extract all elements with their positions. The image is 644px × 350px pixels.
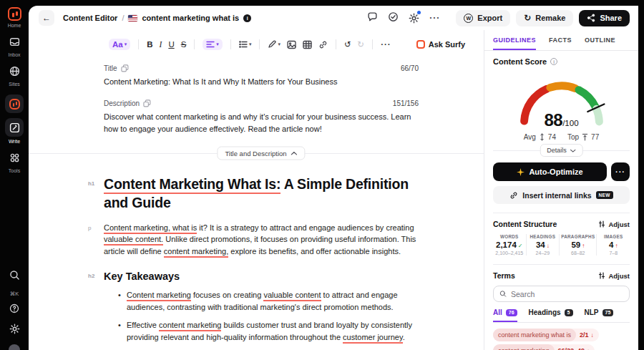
article-h2-block[interactable]: h2 Key Takeaways: [104, 271, 419, 282]
bold-button[interactable]: B: [147, 40, 152, 49]
back-button[interactable]: ←: [39, 10, 54, 26]
article-h1-block[interactable]: h1 Content Marketing What Is: A Simple D…: [104, 175, 419, 212]
stat-words[interactable]: WORDS 2,174✓ 2,100–2,415: [493, 234, 526, 256]
insert-link-button[interactable]: [318, 40, 328, 49]
copy-icon[interactable]: [143, 99, 151, 107]
strikethrough-button[interactable]: S: [181, 40, 187, 49]
toolbar-more-button[interactable]: ···: [381, 40, 391, 49]
sliders-icon: [598, 220, 605, 228]
inbox-icon: [9, 37, 20, 47]
redo-button[interactable]: ↻: [358, 39, 365, 49]
left-nav-rail: Home Inbox Sites Write Tools ⌘K: [0, 0, 29, 350]
terms-title: Terms: [493, 271, 515, 280]
link-icon: [509, 191, 518, 200]
undo-button[interactable]: ↺: [344, 39, 351, 49]
breadcrumb-root[interactable]: Content Editor: [63, 14, 117, 22]
search-icon: [499, 290, 507, 298]
meta-collapse-row: Title and Description: [104, 145, 419, 161]
export-button[interactable]: W Export: [456, 10, 510, 26]
list-item[interactable]: Content marketing focuses on creating va…: [118, 289, 419, 313]
key-takeaways-list: Content marketing focuses on creating va…: [104, 289, 419, 350]
avatar[interactable]: [9, 344, 20, 350]
terms-tab-headings[interactable]: Headings5: [529, 308, 573, 322]
structure-adjust-button[interactable]: Adjust: [598, 220, 630, 228]
terms-tab-nlp[interactable]: NLP75: [585, 308, 614, 322]
term-chip[interactable]: content marketing 66/32–49 ↓: [493, 344, 595, 350]
insert-internal-links-button[interactable]: Insert internal links NEW: [493, 186, 630, 204]
search-button[interactable]: [9, 270, 20, 283]
ask-surfy-button[interactable]: Ask Surfy: [416, 40, 465, 49]
chevron-up-icon: [291, 151, 298, 155]
stat-images[interactable]: IMAGES 4↑ 7–8: [596, 234, 630, 256]
auto-optimize-button[interactable]: Auto-Optimize: [493, 162, 607, 181]
insert-table-button[interactable]: [303, 40, 312, 49]
list-item[interactable]: Effective content marketing builds custo…: [118, 319, 419, 343]
italic-button[interactable]: I: [160, 40, 162, 49]
sidebar-item-home[interactable]: [8, 7, 21, 21]
editor-column: Aa▾ B I U S ▾ ▾ ▾: [29, 30, 484, 350]
remake-button[interactable]: ↻ Remake: [516, 10, 573, 26]
tab-outline[interactable]: OUTLINE: [585, 30, 615, 50]
sidebar-item-tools[interactable]: [9, 152, 20, 166]
copy-icon[interactable]: [121, 64, 129, 72]
terms-search[interactable]: [493, 286, 630, 302]
terms-tab-all[interactable]: All76: [493, 308, 517, 322]
sidebar-item-write[interactable]: [5, 118, 24, 137]
article-paragraph-block[interactable]: p Content marketing, what is it? It is a…: [104, 222, 419, 258]
font-style-dropdown[interactable]: Aa▾: [109, 39, 130, 50]
insert-image-button[interactable]: [287, 40, 296, 49]
panel-tabs: GUIDELINES FACTS OUTLINE: [484, 30, 638, 51]
content-structure-stats: WORDS 2,174✓ 2,100–2,415 HEADINGS 34↓ 24…: [493, 234, 630, 256]
settings-button[interactable]: [9, 324, 20, 337]
guidelines-panel: GUIDELINES FACTS OUTLINE Content Score i: [484, 30, 638, 350]
document-title[interactable]: content marketing what is: [142, 14, 239, 22]
sidebar-item-surfer-app[interactable]: [5, 94, 24, 113]
seo-title-field[interactable]: Content Marketing: What Is It and Why It…: [104, 76, 419, 88]
surfer-red-icon: [9, 99, 20, 110]
term-chip[interactable]: content marketing what is 2/1 ↓: [493, 329, 599, 341]
align-dropdown[interactable]: ▾: [203, 39, 223, 50]
terms-search-input[interactable]: [511, 290, 623, 298]
article-paragraph: Content marketing, what is it? It is a s…: [104, 223, 416, 258]
highlight-dropdown[interactable]: ▾: [268, 40, 280, 49]
top-value: 77: [591, 133, 599, 141]
settings-gear-icon: [409, 13, 419, 24]
score-info-icon[interactable]: i: [550, 58, 557, 65]
arrow-down-icon: ↓: [587, 348, 590, 350]
adjust-label: Adjust: [608, 272, 630, 280]
auto-optimize-label: Auto-Optimize: [529, 167, 582, 176]
link-icon: [318, 40, 328, 49]
underline-button[interactable]: U: [168, 40, 174, 49]
details-button[interactable]: Details: [540, 144, 583, 157]
stat-paragraphs[interactable]: PARAGRAPHS 59↑ 68–82: [559, 234, 596, 256]
editor-settings-button[interactable]: [409, 13, 419, 24]
doc-info-icon[interactable]: i: [243, 14, 251, 22]
terms-header: Terms Adjust: [493, 271, 630, 280]
collapse-label: Title and Description: [225, 150, 286, 157]
sidebar-item-inbox[interactable]: [9, 37, 20, 50]
tab-guidelines[interactable]: GUIDELINES: [493, 30, 536, 50]
tab-facts[interactable]: FACTS: [549, 30, 572, 50]
main-window: ← Content Editor / content marketing wha…: [29, 6, 638, 350]
sparkle-icon: [517, 168, 525, 176]
insert-links-label: Insert internal links: [522, 191, 591, 200]
wordpress-icon: W: [464, 14, 473, 23]
share-button[interactable]: Share: [579, 10, 630, 26]
more-button[interactable]: ···: [429, 13, 440, 23]
comments-button[interactable]: [367, 11, 378, 25]
seo-description-field[interactable]: Discover what content marketing is and w…: [104, 111, 419, 135]
checks-button[interactable]: [388, 11, 399, 25]
stat-headings[interactable]: HEADINGS 34↓ 24–29: [526, 234, 560, 256]
terms-adjust-button[interactable]: Adjust: [598, 272, 630, 280]
auto-optimize-more-button[interactable]: ···: [611, 162, 630, 181]
list-icon: [239, 40, 248, 49]
gear-icon: [9, 324, 20, 334]
list-dropdown[interactable]: ▾: [239, 40, 252, 49]
format-toolbar: Aa▾ B I U S ▾ ▾ ▾: [29, 36, 484, 53]
sidebar-label-sites: Sites: [9, 82, 20, 87]
sidebar-item-sites[interactable]: [9, 66, 20, 79]
content-structure-header: Content Structure Adjust: [493, 220, 630, 228]
help-button[interactable]: [9, 303, 19, 316]
comment-icon: [367, 11, 378, 22]
title-description-collapse-button[interactable]: Title and Description: [217, 147, 305, 160]
